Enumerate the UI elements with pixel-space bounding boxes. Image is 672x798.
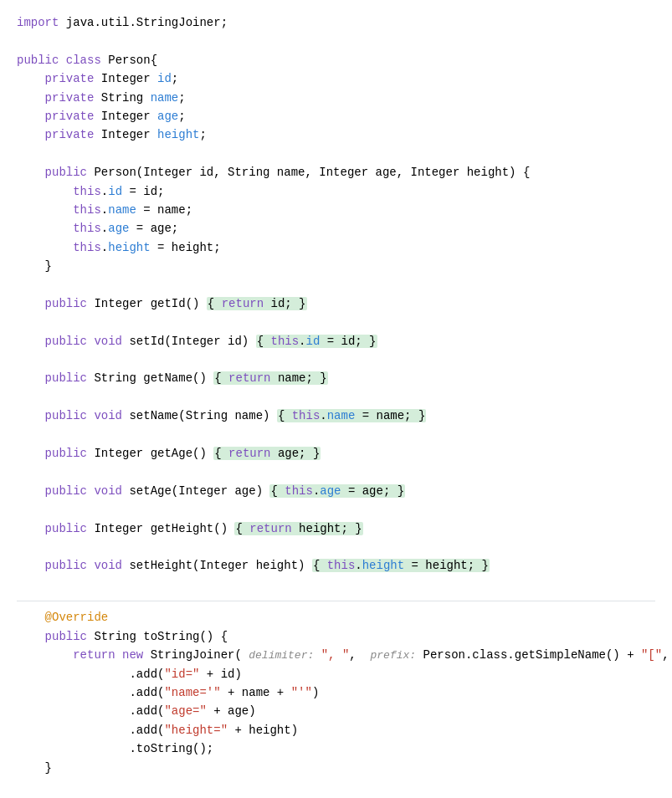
code-editor: import java.util.StringJoiner; public cl… xyxy=(0,0,672,798)
line-22: public void setName(String name) { this.… xyxy=(17,407,655,425)
line-24: public Integer getAge() { return age; } xyxy=(17,444,655,463)
line-10: this.id = id; xyxy=(17,182,655,201)
line-add-name: .add("name='" + name + "'") xyxy=(17,683,655,702)
line-28: public Integer getHeight() { return heig… xyxy=(17,519,655,538)
line-3: public class Person{ xyxy=(17,51,655,69)
section-divider xyxy=(17,601,655,601)
line-return: return new StringJoiner( delimiter: ", "… xyxy=(17,646,655,665)
line-1: import java.util.StringJoiner; xyxy=(17,13,655,32)
line-5: private String name; xyxy=(17,89,655,107)
line-6: private Integer age; xyxy=(17,107,655,125)
line-26: public void setAge(Integer age) { this.a… xyxy=(17,482,655,500)
line-add-id: .add("id=" + id) xyxy=(17,665,655,683)
line-9: public Person(Integer id, String name, I… xyxy=(17,163,655,182)
line-add-age: .add("age=" + age) xyxy=(17,702,655,720)
line-add-height: .add("height=" + height) xyxy=(17,721,655,739)
line-tostring-sig: public String toString() { xyxy=(17,627,655,646)
line-4: private Integer id; xyxy=(17,69,655,88)
line-16: public Integer getId() { return id; } xyxy=(17,294,655,313)
line-12: this.age = age; xyxy=(17,219,655,238)
line-20: public String getName() { return name; } xyxy=(17,369,655,387)
line-14: } xyxy=(17,257,655,275)
line-close-method: } xyxy=(17,759,655,777)
line-11: this.name = name; xyxy=(17,201,655,219)
line-18: public void setId(Integer id) { this.id … xyxy=(17,332,655,350)
line-tostring-call: .toString(); xyxy=(17,739,655,758)
line-13: this.height = height; xyxy=(17,238,655,257)
line-7: private Integer height; xyxy=(17,125,655,144)
line-30: public void setHeight(Integer height) { … xyxy=(17,556,655,575)
line-override: @Override xyxy=(17,608,655,627)
